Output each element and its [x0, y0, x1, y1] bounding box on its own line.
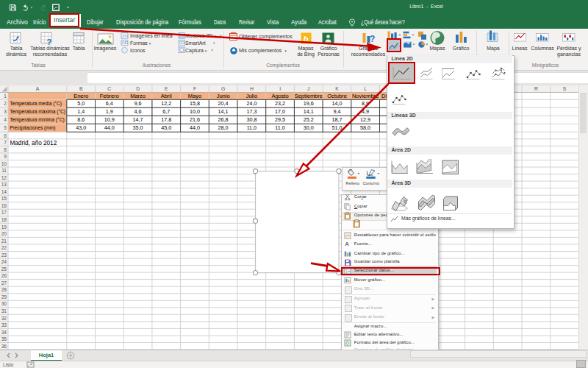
- svg-text:10,9: 10,9: [104, 116, 115, 123]
- svg-text:32: 32: [1, 316, 7, 321]
- svg-text:D: D: [136, 86, 140, 91]
- svg-text:15: 15: [1, 196, 7, 201]
- svg-text:11: 11: [1, 168, 7, 173]
- svg-text:8,9: 8,9: [362, 100, 369, 107]
- svg-text:13: 13: [1, 182, 7, 187]
- svg-text:?: ?: [370, 34, 375, 44]
- svg-text:4,9: 4,9: [362, 108, 369, 115]
- svg-text:26: 26: [1, 273, 7, 278]
- svg-text:6,4: 6,4: [106, 100, 113, 107]
- svg-text:44,0: 44,0: [190, 124, 200, 131]
- svg-text:35,0: 35,0: [133, 124, 143, 131]
- svg-text:58,0: 58,0: [360, 124, 370, 131]
- svg-text:25,2: 25,2: [304, 116, 314, 123]
- svg-text:33: 33: [1, 322, 7, 328]
- svg-text:Febrero: Febrero: [100, 93, 119, 99]
- svg-text:12,2: 12,2: [161, 100, 171, 107]
- svg-text:B: B: [79, 86, 83, 91]
- svg-text:14,7: 14,7: [133, 116, 143, 123]
- svg-text:34: 34: [1, 330, 7, 335]
- svg-text:18: 18: [1, 217, 7, 222]
- svg-text:I: I: [279, 86, 281, 91]
- svg-text:Noviembre: Noviembre: [352, 93, 379, 99]
- svg-text:4,6: 4,6: [135, 108, 142, 115]
- svg-text:6,7: 6,7: [162, 108, 170, 115]
- svg-text:8: 8: [4, 147, 7, 152]
- svg-text:36: 36: [1, 344, 7, 349]
- svg-text:43,0: 43,0: [76, 124, 86, 131]
- svg-text:21: 21: [1, 238, 7, 244]
- svg-text:G: G: [221, 86, 225, 91]
- svg-text:L: L: [364, 86, 367, 91]
- svg-text:22: 22: [1, 245, 7, 250]
- svg-text:15,8: 15,8: [190, 100, 200, 107]
- svg-text:20: 20: [1, 231, 7, 236]
- svg-text:21,6: 21,6: [190, 116, 200, 123]
- svg-text:8,6: 8,6: [77, 116, 85, 123]
- svg-text:28,0: 28,0: [218, 124, 229, 131]
- svg-text:1: 1: [4, 93, 7, 99]
- svg-text:Temperatura máxima (°C): Temperatura máxima (°C): [10, 109, 66, 115]
- svg-text:Enero: Enero: [74, 93, 88, 99]
- svg-text:17: 17: [1, 210, 7, 215]
- svg-text:28: 28: [1, 287, 7, 292]
- svg-text:F: F: [193, 86, 196, 91]
- svg-text:A: A: [36, 86, 40, 91]
- svg-text:Relleno: Relleno: [346, 181, 360, 185]
- svg-text:12,9: 12,9: [360, 116, 370, 123]
- svg-text:S: S: [563, 86, 567, 91]
- svg-text:25: 25: [1, 266, 7, 272]
- svg-text:17,0: 17,0: [275, 108, 285, 115]
- svg-text:14,1: 14,1: [218, 108, 229, 115]
- svg-text:4: 4: [4, 117, 7, 122]
- svg-text:?: ?: [47, 38, 52, 46]
- svg-text:23: 23: [1, 252, 7, 258]
- svg-text:18,7: 18,7: [332, 116, 343, 123]
- svg-text:Octubre: Octubre: [327, 93, 347, 99]
- svg-text:Julio: Julio: [246, 93, 257, 99]
- svg-text:7: 7: [4, 140, 7, 145]
- svg-text:Precipitaciones (mm): Precipitaciones (mm): [10, 125, 56, 131]
- svg-text:12: 12: [1, 175, 7, 180]
- svg-text:30: 30: [1, 301, 7, 306]
- svg-text:27: 27: [1, 280, 7, 286]
- svg-text:26,8: 26,8: [218, 116, 229, 123]
- svg-text:16: 16: [1, 203, 7, 208]
- svg-text:Marzo: Marzo: [130, 93, 146, 99]
- svg-text:Contorno: Contorno: [363, 181, 380, 185]
- svg-text:29: 29: [1, 294, 7, 300]
- svg-text:Junio: Junio: [217, 93, 230, 99]
- svg-text:35: 35: [1, 336, 7, 342]
- svg-text:1,9: 1,9: [106, 108, 113, 115]
- svg-text:Abril: Abril: [161, 93, 172, 99]
- svg-text:20,4: 20,4: [218, 100, 229, 107]
- svg-text:24: 24: [1, 259, 7, 264]
- svg-text:51,0: 51,0: [332, 124, 343, 131]
- svg-text:24,0: 24,0: [246, 100, 257, 107]
- svg-text:23,2: 23,2: [275, 100, 285, 107]
- svg-text:Temperatura mínima (°C): Temperatura mínima (°C): [10, 117, 65, 123]
- svg-text:11,0: 11,0: [275, 124, 284, 131]
- svg-text:Septiembre: Septiembre: [295, 93, 323, 99]
- svg-text:H: H: [250, 86, 254, 91]
- svg-text:9,4: 9,4: [334, 108, 341, 115]
- svg-text:2: 2: [4, 101, 7, 106]
- svg-text:R: R: [534, 86, 538, 91]
- svg-text:44,0: 44,0: [104, 124, 115, 131]
- svg-text:30,0: 30,0: [304, 124, 314, 131]
- svg-text:6: 6: [4, 133, 7, 138]
- svg-text:Mayo: Mayo: [188, 93, 201, 99]
- svg-text:Agosto: Agosto: [271, 93, 288, 99]
- svg-text:9,6: 9,6: [135, 100, 142, 107]
- svg-text:5: 5: [4, 125, 7, 130]
- svg-text:10,0: 10,0: [190, 108, 200, 115]
- svg-text:3: 3: [4, 109, 7, 114]
- svg-text:K: K: [335, 86, 339, 91]
- svg-text:9: 9: [4, 154, 7, 159]
- svg-text:5,0: 5,0: [77, 100, 85, 107]
- svg-text:1,4: 1,4: [77, 108, 85, 115]
- svg-text:14,0: 14,0: [332, 100, 343, 107]
- svg-text:Madrid, año 2012: Madrid, año 2012: [10, 140, 57, 146]
- svg-text:C: C: [107, 86, 111, 91]
- svg-text:19,6: 19,6: [304, 100, 314, 107]
